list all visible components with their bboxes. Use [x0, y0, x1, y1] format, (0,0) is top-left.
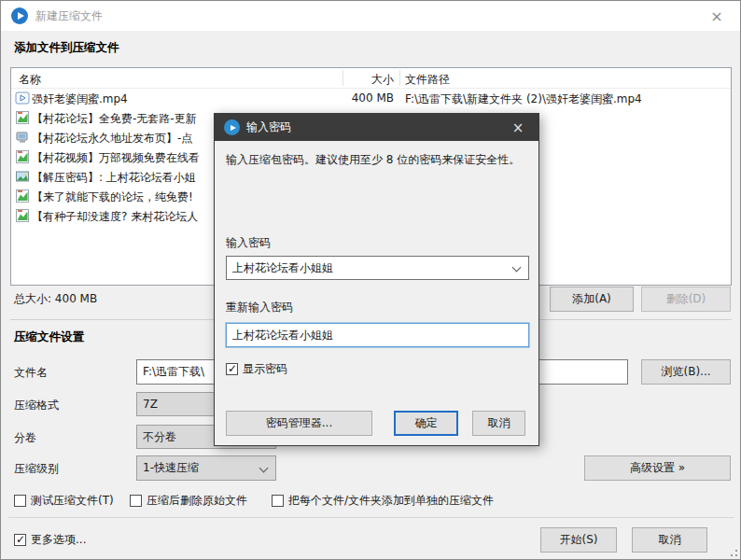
- checkbox-separate-archives[interactable]: 把每个文件/文件夹添加到单独的压缩文件: [272, 493, 494, 509]
- close-icon[interactable]: ×: [701, 1, 733, 31]
- file-name: 【解压密码】: 上村花论坛看小姐: [32, 170, 196, 186]
- file-name: 【来了就能下载的论坛，纯免费!: [32, 189, 193, 205]
- ok-button[interactable]: 确定: [394, 411, 458, 436]
- webpage-chart-icon: [15, 189, 30, 203]
- cancel-button[interactable]: 取消: [632, 527, 707, 553]
- checkbox-delete-originals[interactable]: 压缩后删除原始文件: [130, 493, 247, 509]
- column-header-path[interactable]: 文件路径: [405, 72, 450, 88]
- webpage-chart-icon: [15, 110, 30, 125]
- separator: [8, 517, 734, 518]
- level-label: 压缩级别: [14, 461, 59, 477]
- column-header-size[interactable]: 大小: [263, 72, 394, 88]
- chevron-down-icon: [512, 263, 522, 273]
- webpage-chart-icon: [15, 208, 30, 223]
- file-list-header: 名称 大小 文件路径: [11, 68, 731, 89]
- password-manager-button[interactable]: 密码管理器...: [226, 411, 372, 436]
- window-titlebar: 新建压缩文件 ×: [1, 1, 740, 31]
- total-size-label: 总大小: 400 MB: [14, 291, 97, 307]
- computer-icon: [15, 130, 30, 145]
- column-header-name[interactable]: 名称: [19, 72, 41, 88]
- browse-button[interactable]: 浏览(B)...: [641, 359, 731, 385]
- webpage-chart-icon: [15, 149, 30, 164]
- filename-label: 文件名: [14, 365, 48, 381]
- archive-settings-section-title: 压缩文件设置: [14, 329, 84, 345]
- checkbox-box: [130, 495, 142, 507]
- new-archive-window: 新建压缩文件 × 添加文件到压缩文件 名称 大小 文件路径 强奸老婆闺蜜.mp4…: [0, 0, 741, 560]
- confirm-password-label: 重新输入密码: [226, 300, 293, 315]
- volume-label: 分卷: [14, 430, 36, 446]
- dialog-message: 输入压缩包密码。建议使用至少 8 位的密码来保证安全性。: [226, 152, 534, 168]
- file-name: 【有种子却没速度? 来村花论坛人: [32, 209, 198, 225]
- advanced-settings-button[interactable]: 高级设置 »: [584, 455, 731, 481]
- column-separator: [343, 70, 343, 86]
- volume-value: 不分卷: [143, 429, 176, 445]
- file-name: 强奸老婆闺蜜.mp4: [32, 91, 128, 107]
- password-dialog: 输入密码 × 输入压缩包密码。建议使用至少 8 位的密码来保证安全性。 输入密码…: [214, 113, 539, 446]
- confirm-password-input[interactable]: 上村花论坛看小姐姐: [226, 323, 529, 347]
- password-label: 输入密码: [226, 235, 271, 251]
- delete-button: 删除(D): [641, 287, 731, 312]
- checkbox-show-password[interactable]: 显示密码: [226, 361, 287, 377]
- checkbox-label: 测试压缩文件(T): [31, 493, 114, 509]
- format-label: 压缩格式: [14, 398, 59, 413]
- file-size: 400 MB: [263, 91, 394, 105]
- window-title: 新建压缩文件: [35, 1, 103, 31]
- checkbox-box: [272, 495, 284, 507]
- dialog-titlebar: 输入密码 ×: [215, 114, 538, 141]
- chevron-down-icon: [259, 464, 269, 473]
- media-player-icon: [15, 91, 30, 105]
- checkbox-box: [226, 363, 238, 375]
- password-value: 上村花论坛看小姐姐: [232, 260, 333, 276]
- file-path: F:\迅雷下载\新建文件夹 (2)\强奸老婆闺蜜.mp4: [405, 91, 727, 107]
- dialog-cancel-button[interactable]: 取消: [472, 411, 525, 436]
- close-icon[interactable]: ×: [503, 114, 533, 141]
- checkbox-label: 把每个文件/文件夹添加到单独的压缩文件: [288, 493, 494, 509]
- add-files-section-title: 添加文件到压缩文件: [14, 40, 119, 56]
- image-icon: [15, 169, 30, 184]
- checkbox-box: [14, 534, 26, 546]
- checkbox-box: [14, 495, 26, 507]
- app-icon: [224, 119, 240, 135]
- checkbox-more-options[interactable]: 更多选项...: [14, 532, 86, 548]
- app-icon: [11, 7, 28, 24]
- start-button[interactable]: 开始(S): [540, 527, 617, 553]
- file-name: 【村花论坛永久地址发布页】-点: [32, 131, 192, 147]
- resize-grip[interactable]: [728, 547, 737, 556]
- checkbox-label: 更多选项...: [31, 532, 86, 548]
- dialog-title: 输入密码: [246, 114, 291, 141]
- level-value: 1-快速压缩: [143, 460, 199, 476]
- password-combobox[interactable]: 上村花论坛看小姐姐: [226, 256, 529, 280]
- checkbox-test-archive[interactable]: 测试压缩文件(T): [14, 493, 114, 509]
- add-button[interactable]: 添加(A): [550, 287, 634, 312]
- file-name: 【村花视频】万部视频免费在线看: [32, 150, 200, 166]
- table-row[interactable]: 强奸老婆闺蜜.mp4400 MBF:\迅雷下载\新建文件夹 (2)\强奸老婆闺蜜…: [11, 89, 731, 108]
- format-value: 7Z: [143, 398, 158, 411]
- file-name: 【村花论坛】全免费-无套路-更新: [32, 111, 197, 127]
- level-select[interactable]: 1-快速压缩: [136, 455, 276, 481]
- checkbox-label: 显示密码: [243, 361, 287, 377]
- column-separator: [399, 70, 400, 86]
- checkbox-label: 压缩后删除原始文件: [147, 493, 247, 509]
